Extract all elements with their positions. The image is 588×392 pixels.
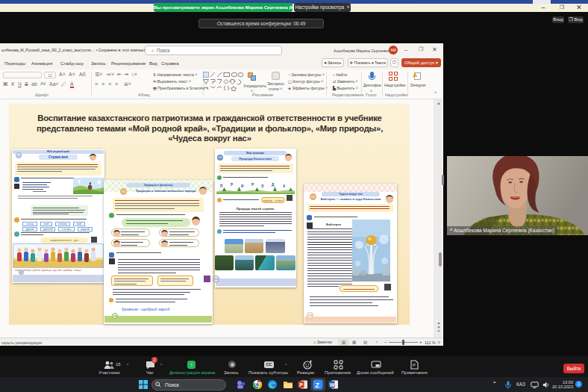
svg-text:P: P <box>413 363 416 367</box>
svg-text:W: W <box>330 382 335 388</box>
svg-text:Р: Р <box>231 183 233 187</box>
svg-text:И: И <box>241 184 243 188</box>
svg-text:П: П <box>220 184 222 188</box>
svg-text:О: О <box>261 184 264 188</box>
svg-text:P: P <box>299 382 303 388</box>
svg-text:Р: Р <box>251 183 254 187</box>
svg-text:Z: Z <box>315 382 319 389</box>
